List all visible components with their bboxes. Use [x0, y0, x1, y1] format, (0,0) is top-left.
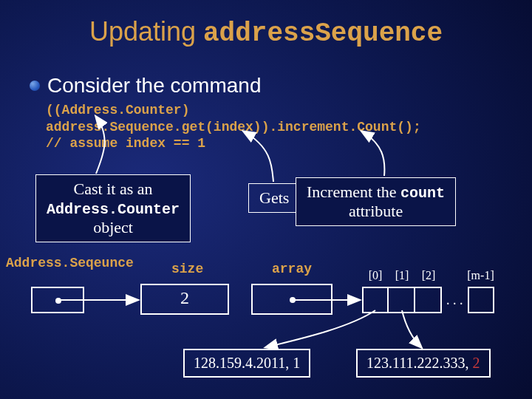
label-sequence: Address.Seqeunce	[6, 256, 134, 270]
code-line-3: // assume index == 1	[46, 135, 421, 152]
idx-m1: [m-1]	[463, 269, 499, 282]
cast-line3: object	[47, 218, 180, 237]
code-line-1: ((Address.Counter)	[46, 102, 421, 119]
title-code: addressSequence	[203, 18, 443, 49]
inc-line2: attribute	[307, 202, 445, 221]
dot-icon	[55, 298, 61, 304]
pointer-box	[31, 287, 84, 313]
cell-1	[389, 287, 415, 313]
idx-0: [0]	[362, 269, 389, 282]
idx-2: [2]	[415, 269, 442, 282]
label-array: array	[272, 262, 312, 276]
bullet-icon	[30, 81, 40, 91]
size-value: 2	[142, 288, 228, 308]
cell-m1	[468, 287, 494, 313]
ip1-text: 128.159.4.2011, 1	[194, 355, 300, 371]
bullet-text: Consider the command	[47, 74, 261, 98]
ellipsis: . . .	[442, 293, 468, 308]
code-block: ((Address.Counter) address.Sequence.get(…	[46, 102, 421, 152]
ip2-pre: 123.111.222.333,	[366, 355, 473, 371]
callout-increment: Increment the count attribute	[296, 177, 456, 226]
size-value-box: 2	[140, 284, 229, 315]
inc-line1-pre: Increment the	[307, 183, 400, 201]
dot-icon	[290, 297, 296, 303]
ip-box-1: 128.159.4.2011, 1	[183, 349, 310, 378]
callout-cast: Cast it as an Address.Counter object	[35, 174, 191, 242]
title-pre: Updating	[89, 16, 203, 47]
slide-title: Updating addressSequence	[0, 16, 532, 49]
bullet-line: Consider the command	[30, 74, 261, 98]
ip2-num: 2	[473, 355, 480, 371]
inc-line1-code: count	[400, 185, 445, 202]
ip-box-2: 123.111.222.333, 2	[356, 349, 491, 378]
cell-0	[362, 287, 389, 313]
label-size: size	[171, 262, 203, 276]
cast-line1: Cast it as an	[47, 180, 180, 199]
array-pointer-box	[251, 284, 332, 315]
callout-gets: Gets	[248, 183, 300, 213]
cast-line2: Address.Counter	[47, 201, 180, 218]
array-row: [0] [1] [2] . . . [m-1]	[362, 287, 494, 313]
code-line-2: address.Sequence.get(index)).increment.C…	[46, 119, 421, 136]
cell-2	[415, 287, 442, 313]
gets-text: Gets	[259, 188, 289, 207]
idx-1: [1]	[389, 269, 415, 282]
